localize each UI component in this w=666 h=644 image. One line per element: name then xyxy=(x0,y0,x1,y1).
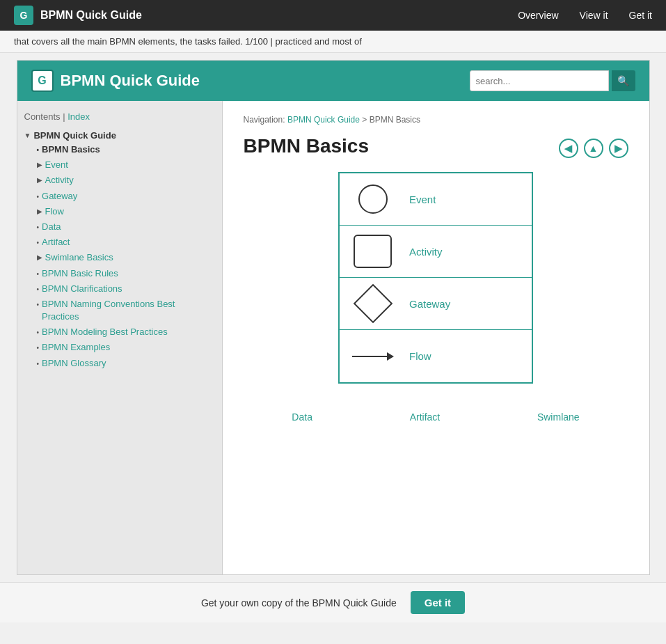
sidebar: Contents | Index ▼ BPMN Quick Guide • BP… xyxy=(17,101,223,574)
sidebar-link-flow[interactable]: Flow xyxy=(45,205,64,218)
toc-header: Contents | Index xyxy=(24,111,215,122)
sidebar-item-modeling[interactable]: • BPMN Modeling Best Practices xyxy=(37,324,215,340)
sidebar-item-examples[interactable]: • BPMN Examples xyxy=(37,340,215,355)
flow-arrowhead xyxy=(387,352,394,361)
sidebar-item-event[interactable]: ▶ Event xyxy=(37,157,215,173)
tree-children: • BPMN Basics ▶ Event ▶ Activity • Gatew… xyxy=(24,142,215,371)
nav-back-button[interactable]: ◀ xyxy=(559,139,578,158)
sidebar-link-basic-rules[interactable]: BPMN Basic Rules xyxy=(42,267,118,280)
arrow-icon-activity: ▶ xyxy=(37,175,42,185)
sidebar-item-flow[interactable]: ▶ Flow xyxy=(37,204,215,219)
sidebar-item-swimlane[interactable]: ▶ Swimlane Basics xyxy=(37,250,215,265)
sidebar-link-clarifications[interactable]: BPMN Clarifications xyxy=(42,283,122,295)
breadcrumb-parent-link[interactable]: BPMN Quick Guide xyxy=(287,115,360,125)
footer-text: Get your own copy of the BPMN Quick Guid… xyxy=(201,597,397,608)
top-nav-links: Overview View it Get it xyxy=(518,10,652,21)
diagram-row-event: Event xyxy=(340,173,532,226)
top-brand-title: BPMN Quick Guide xyxy=(40,9,142,22)
activity-label-link[interactable]: Activity xyxy=(409,246,521,258)
sidebar-item-naming[interactable]: • BPMN Naming Conventions Best Practices xyxy=(37,297,215,324)
root-label: BPMN Quick Guide xyxy=(33,130,116,141)
bottom-links: Data Artifact Swimlane xyxy=(244,405,628,437)
gateway-label-link[interactable]: Gateway xyxy=(409,298,521,310)
tree-root-item[interactable]: ▼ BPMN Quick Guide xyxy=(24,129,215,142)
sidebar-item-data[interactable]: • Data xyxy=(37,219,215,235)
page-title: BPMN Basics xyxy=(244,135,370,157)
bullet-icon-artifact: • xyxy=(37,238,40,248)
swimlane-link[interactable]: Swimlane xyxy=(537,411,580,423)
arrow-icon-flow: ▶ xyxy=(37,207,42,217)
sidebar-link-naming[interactable]: BPMN Naming Conventions Best Practices xyxy=(42,298,214,323)
get-it-link[interactable]: Get it xyxy=(629,10,652,21)
data-link[interactable]: Data xyxy=(292,411,312,423)
toc-tree: ▼ BPMN Quick Guide • BPMN Basics ▶ Event… xyxy=(24,129,215,371)
bullet-icon-modeling: • xyxy=(37,328,40,338)
app-header: G BPMN Quick Guide 🔍 xyxy=(17,61,649,101)
flow-line xyxy=(352,356,387,357)
search-input[interactable] xyxy=(470,70,609,91)
artifact-link[interactable]: Artifact xyxy=(410,411,441,423)
main-content: Navigation: BPMN Quick Guide > BPMN Basi… xyxy=(223,101,649,574)
bullet-icon-examples: • xyxy=(37,343,40,353)
bullet-icon-gateway: • xyxy=(37,192,40,202)
sidebar-item-glossary[interactable]: • BPMN Glossary xyxy=(37,356,215,371)
footer-bar: Get your own copy of the BPMN Quick Guid… xyxy=(0,582,666,622)
nav-forward-button[interactable]: ▶ xyxy=(609,139,628,158)
breadcrumb: Navigation: BPMN Quick Guide > BPMN Basi… xyxy=(244,115,628,125)
nav-up-button[interactable]: ▲ xyxy=(584,139,603,158)
event-label-link[interactable]: Event xyxy=(409,194,521,205)
search-button[interactable]: 🔍 xyxy=(612,70,635,91)
page-title-area: BPMN Basics ◀ ▲ ▶ xyxy=(244,135,628,158)
sidebar-link-artifact[interactable]: Artifact xyxy=(42,236,70,249)
sidebar-link-activity[interactable]: Activity xyxy=(45,174,74,187)
activity-rect-shape xyxy=(354,235,392,268)
breadcrumb-prefix: Navigation: xyxy=(244,115,285,125)
index-link[interactable]: Index xyxy=(68,111,90,122)
bullet-icon-clarifications: • xyxy=(37,285,40,294)
body-layout: Contents | Index ▼ BPMN Quick Guide • BP… xyxy=(17,101,649,574)
arrow-icon-event: ▶ xyxy=(37,160,42,170)
view-it-link[interactable]: View it xyxy=(580,10,608,21)
sidebar-link-swimlane[interactable]: Swimlane Basics xyxy=(45,251,113,264)
diagram-row-activity: Activity xyxy=(340,226,532,278)
diagram-row-gateway: Gateway xyxy=(340,278,532,330)
bullet-icon-basic-rules: • xyxy=(37,269,40,279)
app-brand-icon: G xyxy=(31,70,54,92)
gateway-diamond-shape xyxy=(353,284,393,324)
bullet-icon-data: • xyxy=(37,223,40,233)
scroll-banner: that covers all the main BPMN elements, … xyxy=(0,31,666,53)
activity-symbol xyxy=(350,235,395,268)
sidebar-link-modeling[interactable]: BPMN Modeling Best Practices xyxy=(42,326,168,338)
overview-link[interactable]: Overview xyxy=(518,10,558,21)
arrow-icon-swimlane: ▶ xyxy=(37,253,42,262)
nav-arrows: ◀ ▲ ▶ xyxy=(559,139,628,158)
breadcrumb-current: BPMN Basics xyxy=(370,115,420,125)
sidebar-label-bpmn-basics: BPMN Basics xyxy=(42,143,100,156)
sidebar-item-bpmn-basics[interactable]: • BPMN Basics xyxy=(37,142,215,157)
footer-get-it-button[interactable]: Get it xyxy=(411,591,465,614)
event-circle-shape xyxy=(358,184,388,214)
sidebar-link-glossary[interactable]: BPMN Glossary xyxy=(42,357,106,370)
sidebar-item-activity[interactable]: ▶ Activity xyxy=(37,173,215,188)
search-area: 🔍 xyxy=(470,70,635,91)
root-arrow-icon: ▼ xyxy=(24,132,31,139)
sidebar-link-gateway[interactable]: Gateway xyxy=(42,190,77,203)
top-navigation: G BPMN Quick Guide Overview View it Get … xyxy=(0,0,666,31)
brand-icon: G xyxy=(14,6,33,25)
flow-label-link[interactable]: Flow xyxy=(409,350,521,362)
flow-symbol xyxy=(350,352,395,361)
gateway-symbol xyxy=(350,290,395,317)
sidebar-item-artifact[interactable]: • Artifact xyxy=(37,235,215,250)
flow-arrow-shape xyxy=(352,352,394,361)
sidebar-item-clarifications[interactable]: • BPMN Clarifications xyxy=(37,281,215,297)
sidebar-link-examples[interactable]: BPMN Examples xyxy=(42,341,110,354)
bullet-icon-naming: • xyxy=(37,300,40,310)
bullet-icon: • xyxy=(37,146,40,155)
app-brand: G BPMN Quick Guide xyxy=(31,70,200,92)
sidebar-link-data[interactable]: Data xyxy=(42,221,61,233)
bpmn-diagram: Event Activity Gateway xyxy=(338,172,533,384)
sidebar-item-basic-rules[interactable]: • BPMN Basic Rules xyxy=(37,266,215,281)
sidebar-item-gateway[interactable]: • Gateway xyxy=(37,189,215,204)
breadcrumb-separator: > xyxy=(362,115,369,125)
sidebar-link-event[interactable]: Event xyxy=(45,159,68,171)
